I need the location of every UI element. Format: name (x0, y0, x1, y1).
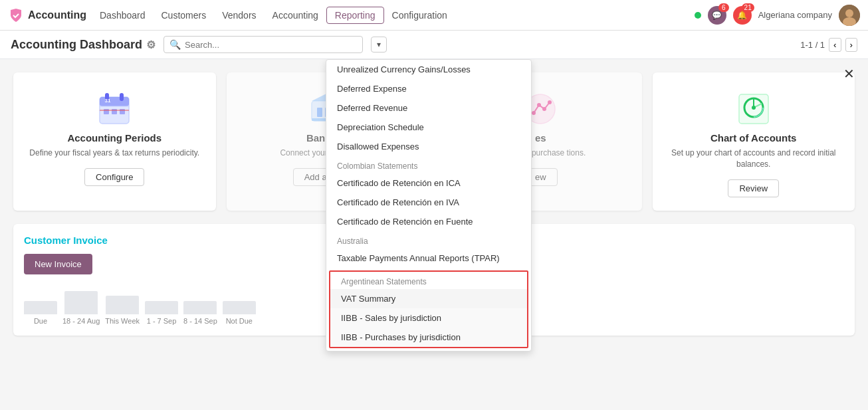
search-input[interactable] (185, 40, 357, 50)
bar-aug: 18 - 24 Aug (62, 291, 100, 325)
pagination-prev[interactable]: ‹ (829, 38, 841, 52)
bar-aug-label: 18 - 24 Aug (62, 317, 100, 325)
page-title-area: Accounting Dashboard ⚙ (11, 38, 156, 52)
bar-this-week-value (106, 296, 139, 314)
bar-sep8-value (183, 301, 217, 314)
svg-point-22 (542, 107, 546, 111)
messages-button[interactable]: 💬 6 (708, 6, 726, 25)
card-chart-of-accounts: Chart of Accounts Set up your chart of a… (653, 72, 855, 211)
nav-customers[interactable]: Customers (154, 7, 215, 23)
bar-sep1-value (145, 301, 178, 314)
messages-badge: 6 (718, 3, 729, 12)
nav-dashboard[interactable]: Dashboard (92, 7, 154, 23)
svg-rect-10 (120, 109, 125, 114)
pagination-next[interactable]: › (845, 38, 857, 52)
bar-not-due-label: Not Due (226, 317, 253, 325)
activities-icon: 🔔 (737, 11, 747, 20)
activities-button[interactable]: 🔔 21 (733, 6, 752, 25)
close-button[interactable]: ✕ (843, 66, 855, 82)
svg-point-21 (537, 103, 541, 107)
accounting-periods-icon: 31 (91, 86, 138, 132)
australia-section-header: Australia (326, 231, 531, 249)
colombian-section-header: Colombian Statements (326, 156, 531, 173)
bar-this-week-label: This Week (105, 317, 140, 325)
bar-due-value (24, 301, 57, 314)
svg-rect-6 (120, 93, 124, 101)
pagination: 1-1 / 1 ‹ › (800, 38, 857, 52)
dropdown-item-deferred-revenue[interactable]: Deferred Revenue (326, 98, 531, 118)
svg-rect-8 (104, 109, 109, 114)
dropdown-item-depreciation[interactable]: Depreciation Schedule (326, 118, 531, 137)
dropdown-item-tpar[interactable]: Taxable Payments Annual Reports (TPAR) (326, 249, 531, 268)
brand-name: Accounting (28, 9, 86, 21)
filter-dropdown-button[interactable]: ▾ (371, 37, 387, 52)
brand-icon (8, 7, 24, 23)
bar-sep1: 1 - 7 Sep (145, 301, 178, 325)
bar-sep8: 8 - 14 Sep (183, 301, 217, 325)
dropdown-item-iva[interactable]: Certificado de Retención en IVA (326, 193, 531, 212)
svg-point-1 (845, 9, 853, 17)
dropdown-item-unrealized[interactable]: Unrealized Currency Gains/Losses (326, 60, 531, 79)
card-3-button[interactable]: Review (728, 179, 779, 197)
status-indicator (695, 12, 701, 19)
dropdown-item-ica[interactable]: Certificado de Retención en ICA (326, 173, 531, 193)
messages-icon: 💬 (712, 11, 722, 20)
search-box[interactable]: 🔍 (163, 36, 363, 53)
search-icon: 🔍 (169, 39, 181, 50)
card-0-title: Accounting Periods (67, 132, 162, 144)
bar-sep8-label: 8 - 14 Sep (183, 317, 217, 325)
dropdown-item-deferred-expense[interactable]: Deferred Expense (326, 79, 531, 98)
bar-due: Due (24, 301, 57, 325)
pagination-text: 1-1 / 1 (800, 40, 825, 50)
card-0-desc: Define your fiscal years & tax returns p… (29, 148, 199, 159)
settings-icon[interactable]: ⚙ (146, 39, 156, 51)
reporting-dropdown: Unrealized Currency Gains/Losses Deferre… (326, 59, 532, 352)
svg-rect-15 (317, 108, 322, 117)
user-avatar[interactable] (839, 5, 860, 26)
dropdown-item-disallowed[interactable]: Disallowed Expenses (326, 137, 531, 156)
chart-accounts-icon (730, 86, 777, 132)
card-3-desc: Set up your chart of accounts and record… (669, 148, 839, 170)
navbar: Accounting Dashboard Customers Vendors A… (0, 0, 868, 31)
bar-aug-value (64, 291, 98, 314)
activities-badge: 21 (742, 3, 754, 12)
dropdown-item-fuente[interactable]: Certificado de Retención en Fuente (326, 212, 531, 231)
bar-this-week: This Week (105, 296, 140, 325)
bar-sep1-label: 1 - 7 Sep (147, 317, 177, 325)
card-2-title: es (535, 132, 546, 144)
bar-not-due-value (223, 301, 256, 314)
sub-header: Accounting Dashboard ⚙ 🔍 ▾ 1-1 / 1 ‹ › (0, 31, 868, 59)
dropdown-item-vat-summary[interactable]: VAT Summary (330, 289, 527, 308)
avatar-image (839, 5, 860, 26)
argentinean-section-highlight: Argentinean Statements VAT Summary IIBB … (329, 270, 528, 348)
main-content: ✕ 31 (0, 59, 868, 408)
nav-items: Dashboard Customers Vendors Accounting R… (92, 7, 695, 24)
page-title-text: Accounting Dashboard (11, 38, 142, 52)
bar-not-due: Not Due (223, 301, 256, 325)
svg-point-23 (548, 100, 552, 104)
argentinean-section-header: Argentinean Statements (330, 272, 527, 289)
brand[interactable]: Accounting (8, 7, 86, 23)
bar-due-label: Due (34, 317, 47, 325)
dropdown-item-iibb-sales[interactable]: IIBB - Sales by jurisdiction (330, 308, 527, 328)
svg-text:31: 31 (105, 98, 111, 104)
card-accounting-periods: 31 Accounting Periods Define your fiscal… (13, 72, 216, 211)
svg-point-20 (532, 111, 536, 115)
nav-configuration[interactable]: Configuration (384, 7, 455, 23)
dropdown-item-iibb-purchases[interactable]: IIBB - Purchases by jurisdiction (330, 328, 527, 347)
navbar-right: 💬 6 🔔 21 Algeriana company (695, 5, 860, 26)
close-icon: ✕ (843, 66, 855, 81)
card-3-title: Chart of Accounts (710, 132, 796, 144)
card-0-button[interactable]: Configure (84, 168, 144, 186)
svg-rect-9 (112, 109, 117, 114)
nav-accounting[interactable]: Accounting (265, 7, 326, 23)
company-name: Algeriana company (758, 10, 832, 20)
svg-point-26 (752, 106, 756, 110)
nav-vendors[interactable]: Vendors (214, 7, 264, 23)
nav-reporting[interactable]: Reporting (326, 7, 384, 24)
new-invoice-button[interactable]: New Invoice (24, 254, 92, 274)
